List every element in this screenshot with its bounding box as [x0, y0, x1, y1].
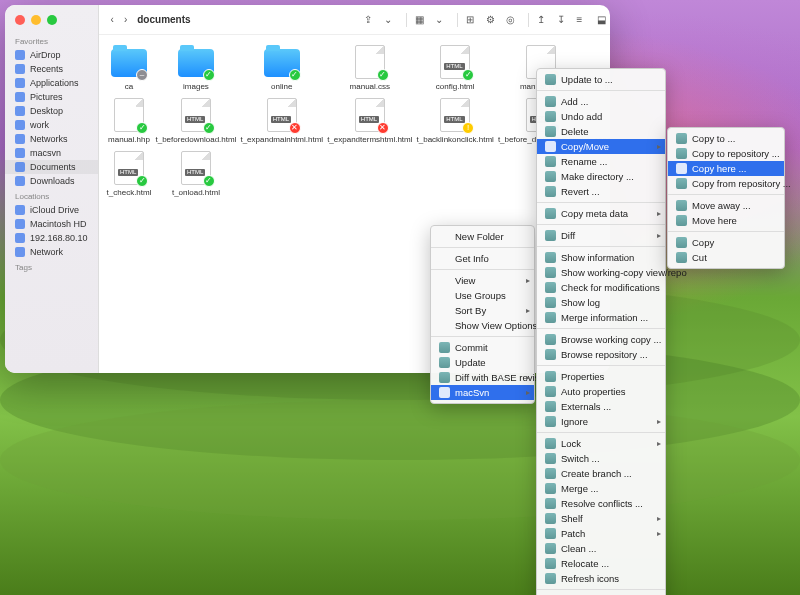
commit-icon[interactable]: ↥	[537, 14, 551, 26]
view-icon-grid[interactable]: ▦	[415, 14, 429, 26]
menu-item-properties[interactable]: Properties	[537, 369, 665, 384]
menu-item-label: macSvn	[455, 387, 489, 398]
menu-item-revert[interactable]: Revert ...	[537, 184, 665, 199]
eye-icon[interactable]: ◎	[506, 14, 520, 26]
sidebar-item-networks[interactable]: Networks	[5, 132, 98, 146]
context-menu-macsvn: Update to ...Add ...Undo addDeleteCopy/M…	[536, 68, 666, 595]
nav-back[interactable]: ‹	[107, 12, 118, 27]
menu-item-copy-from-repository[interactable]: Copy from repository ...	[668, 176, 784, 191]
menu-item-show-working-copy-view-repo[interactable]: Show working-copy view/repo	[537, 265, 665, 280]
menu-item-add[interactable]: Add ...	[537, 94, 665, 109]
menu-item-externals[interactable]: Externals ...	[537, 399, 665, 414]
sidebar-item-label: Documents	[30, 162, 76, 172]
share-icon[interactable]: ⇪	[364, 14, 378, 26]
menu-item-undo-add[interactable]: Undo add	[537, 109, 665, 124]
nav-forward[interactable]: ›	[120, 12, 131, 27]
diff-icon[interactable]: ⬓	[597, 14, 610, 26]
sidebar-item-192.168.80.10[interactable]: 192.168.80.10	[5, 231, 98, 245]
menu-item-switch[interactable]: Switch ...	[537, 451, 665, 466]
menu-item-move-here[interactable]: Move here	[668, 213, 784, 228]
menu-item-use-groups[interactable]: Use Groups	[431, 288, 534, 303]
menu-item-browse-working-copy[interactable]: Browse working copy ...	[537, 332, 665, 347]
menu-item-copy-move[interactable]: Copy/Move	[537, 139, 665, 154]
menu-item-create-branch[interactable]: Create branch ...	[537, 466, 665, 481]
tags-icon[interactable]: ⌄	[384, 14, 398, 26]
sidebar-item-macsvn[interactable]: macsvn	[5, 146, 98, 160]
menu-item-macsvn[interactable]: macSvn	[431, 385, 534, 400]
file-item[interactable]: HTML✕t_expandtermshtml.html	[327, 98, 412, 145]
menu-item-rename[interactable]: Rename ...	[537, 154, 665, 169]
sidebar-item-macintosh-hd[interactable]: Macintosh HD	[5, 217, 98, 231]
menu-item-copy-here[interactable]: Copy here ...	[668, 161, 784, 176]
zoom-button[interactable]	[47, 15, 57, 25]
menu-item-relocate[interactable]: Relocate ...	[537, 556, 665, 571]
menu-item-merge-information[interactable]: Merge information ...	[537, 310, 665, 325]
sidebar-item-pictures[interactable]: Pictures	[5, 90, 98, 104]
undo-icon	[545, 111, 556, 122]
update-icon[interactable]: ↧	[557, 14, 571, 26]
menu-item-copy-to[interactable]: Copy to ...	[668, 131, 784, 146]
menu-item-delete[interactable]: Delete	[537, 124, 665, 139]
menu-item-make-directory[interactable]: Make directory ...	[537, 169, 665, 184]
menu-item-diff-with-base-revision[interactable]: Diff with BASE revision	[431, 370, 534, 385]
sidebar-item-work[interactable]: work	[5, 118, 98, 132]
minimize-button[interactable]	[31, 15, 41, 25]
file-item[interactable]: HTML✓t_check.html	[107, 151, 152, 198]
sidebar-item-recents[interactable]: Recents	[5, 62, 98, 76]
menu-item-shelf[interactable]: Shelf	[537, 511, 665, 526]
file-label: t_expandtermshtml.html	[327, 136, 412, 145]
file-item[interactable]: ✓manual.hhp	[107, 98, 152, 145]
menu-item-new-folder[interactable]: New Folder	[431, 229, 534, 244]
menu-item-patch[interactable]: Patch	[537, 526, 665, 541]
sidebar-item-downloads[interactable]: Downloads	[5, 174, 98, 188]
file-item[interactable]: ✓images	[155, 45, 236, 92]
action-icon[interactable]: ⚙	[486, 14, 500, 26]
menu-item-merge[interactable]: Merge ...	[537, 481, 665, 496]
menu-item-copy-meta-data[interactable]: Copy meta data	[537, 206, 665, 221]
menu-item-show-information[interactable]: Show information	[537, 250, 665, 265]
menu-item-resolve-conflicts[interactable]: Resolve conflicts ...	[537, 496, 665, 511]
menu-item-move-away[interactable]: Move away ...	[668, 198, 784, 213]
file-item[interactable]: ✓online	[240, 45, 323, 92]
menu-item-view[interactable]: View	[431, 273, 534, 288]
menu-item-copy-to-repository[interactable]: Copy to repository ...	[668, 146, 784, 161]
group-icon[interactable]: ⊞	[466, 14, 480, 26]
menu-item-copy[interactable]: Copy	[668, 235, 784, 250]
sidebar-item-applications[interactable]: Applications	[5, 76, 98, 90]
menu-item-refresh-icons[interactable]: Refresh icons	[537, 571, 665, 586]
menu-item-diff[interactable]: Diff	[537, 228, 665, 243]
menu-item-show-log[interactable]: Show log	[537, 295, 665, 310]
menu-item-check-for-modifications[interactable]: Check for modifications	[537, 280, 665, 295]
menu-item-show-view-options[interactable]: Show View Options	[431, 318, 534, 333]
menu-item-commit[interactable]: Commit	[431, 340, 534, 355]
file-item[interactable]: –ca	[107, 45, 152, 92]
sidebar-item-documents[interactable]: Documents	[5, 160, 98, 174]
sidebar-item-airdrop[interactable]: AirDrop	[5, 48, 98, 62]
menu-item-ignore[interactable]: Ignore	[537, 414, 665, 429]
view-dropdown[interactable]: ⌄	[435, 14, 449, 26]
menu-item-update[interactable]: Update	[431, 355, 534, 370]
menu-item-clean[interactable]: Clean ...	[537, 541, 665, 556]
file-item[interactable]: HTML✓t_onload.html	[155, 151, 236, 198]
file-item[interactable]: HTML✕t_expandmainhtml.html	[240, 98, 323, 145]
file-item[interactable]: ✓manual.css	[327, 45, 412, 92]
file-item[interactable]: HTML✓config.html	[417, 45, 494, 92]
menu-item-lock[interactable]: Lock	[537, 436, 665, 451]
sidebar-item-network[interactable]: Network	[5, 245, 98, 259]
menu-item-sort-by[interactable]: Sort By	[431, 303, 534, 318]
menu-item-get-info[interactable]: Get Info	[431, 251, 534, 266]
status-badge: ✓	[203, 122, 215, 134]
sidebar-item-icloud-drive[interactable]: iCloud Drive	[5, 203, 98, 217]
file-icon: HTML✕	[349, 98, 391, 134]
macsvn-icon	[15, 148, 25, 158]
file-item[interactable]: HTML!t_backlinkonclick.html	[417, 98, 494, 145]
menu-item-auto-properties[interactable]: Auto properties	[537, 384, 665, 399]
rename-icon	[545, 156, 556, 167]
close-button[interactable]	[15, 15, 25, 25]
menu-item-update-to[interactable]: Update to ...	[537, 72, 665, 87]
sidebar-item-desktop[interactable]: Desktop	[5, 104, 98, 118]
file-item[interactable]: HTML✓t_beforedownload.html	[155, 98, 236, 145]
menu-item-browse-repository[interactable]: Browse repository ...	[537, 347, 665, 362]
menu-item-cut[interactable]: Cut	[668, 250, 784, 265]
log-icon[interactable]: ≡	[577, 14, 591, 26]
